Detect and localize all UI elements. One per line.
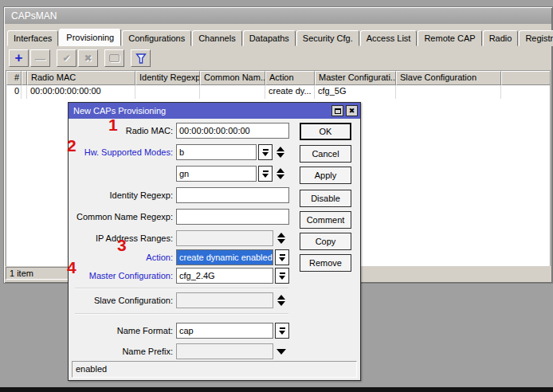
enable-check-icon: ✔ bbox=[62, 53, 70, 64]
action-dropdown[interactable] bbox=[275, 249, 289, 265]
radio-mac-label: Radio MAC: bbox=[72, 126, 176, 135]
col-number[interactable]: # bbox=[6, 71, 22, 85]
hw-mode-dropdown-2[interactable] bbox=[258, 166, 273, 182]
col-identity-regexp[interactable]: Identity Regexp bbox=[135, 71, 200, 85]
dropdown-icon bbox=[262, 171, 269, 178]
col-empty bbox=[501, 71, 550, 85]
tab-radio[interactable]: Radio bbox=[483, 30, 519, 46]
comment-icon bbox=[109, 54, 120, 62]
cell-slave-configuration bbox=[396, 85, 501, 99]
master-configuration-input[interactable]: cfg_2.4G bbox=[176, 268, 273, 284]
radio-mac-input[interactable]: 00:00:00:00:00:00 bbox=[176, 123, 289, 139]
name-prefix-input[interactable] bbox=[176, 343, 273, 359]
cell-radio-mac: 00:00:00:00:00:00 bbox=[27, 85, 135, 99]
remove-button-dialog[interactable]: Remove bbox=[300, 254, 351, 272]
tab-interfaces[interactable]: Interfaces bbox=[7, 30, 58, 46]
name-format-input[interactable]: cap bbox=[176, 323, 273, 339]
hw-mode-dropdown-1[interactable] bbox=[258, 144, 273, 160]
maximize-button[interactable] bbox=[331, 105, 343, 116]
separator bbox=[75, 288, 288, 289]
tab-configurations[interactable]: Configurations bbox=[122, 30, 191, 46]
comment-button-dialog[interactable]: Comment bbox=[300, 211, 351, 229]
tab-provisioning[interactable]: Provisioning bbox=[59, 29, 121, 46]
tab-remote-cap[interactable]: Remote CAP bbox=[418, 30, 481, 46]
hw-mode-spinner-1[interactable] bbox=[274, 147, 287, 158]
master-configuration-dropdown[interactable] bbox=[275, 268, 289, 284]
spinner-up-icon bbox=[277, 295, 285, 300]
name-prefix-arrow[interactable] bbox=[275, 349, 288, 355]
spinner-down-icon bbox=[276, 153, 284, 158]
col-action[interactable]: Action bbox=[265, 71, 315, 85]
action-input[interactable]: create dynamic enabled bbox=[176, 249, 273, 265]
ip-address-ranges-spinner[interactable] bbox=[275, 233, 288, 244]
comment-button[interactable] bbox=[104, 49, 124, 67]
new-caps-provisioning-dialog: New CAPs Provisioning ✖ Radio MAC: 00:00… bbox=[68, 102, 361, 381]
dialog-statusbar: enabled bbox=[72, 361, 357, 378]
ok-button[interactable]: OK bbox=[300, 123, 351, 140]
window-titlebar[interactable]: CAPsMAN bbox=[5, 8, 551, 24]
disable-button-dialog[interactable]: Disable bbox=[300, 190, 351, 207]
toolbar: + — ✔ ✖ bbox=[4, 46, 552, 70]
dropdown-icon bbox=[279, 254, 286, 261]
tab-bar: Interfaces Provisioning Configurations C… bbox=[4, 25, 552, 46]
hw-mode-spinner-2[interactable] bbox=[274, 168, 287, 179]
tab-registration-table[interactable]: Registration Table bbox=[519, 30, 553, 46]
identity-regexp-label: Identity Regexp: bbox=[72, 190, 176, 200]
name-prefix-label: Name Prefix: bbox=[72, 347, 176, 356]
remove-button[interactable]: — bbox=[30, 49, 50, 67]
spinner-down-icon bbox=[276, 174, 284, 179]
col-flags[interactable] bbox=[22, 71, 27, 85]
table-row[interactable]: 0 00:00:00:00:00:00 create dy... cfg_5G bbox=[6, 85, 550, 99]
cancel-button[interactable]: Cancel bbox=[300, 145, 351, 163]
annotation-2: 2 bbox=[67, 136, 76, 155]
filter-button[interactable] bbox=[131, 49, 151, 67]
col-radio-mac[interactable]: Radio MAC bbox=[27, 71, 135, 85]
hw-mode-input-1[interactable]: b bbox=[176, 144, 257, 160]
col-common-name[interactable]: Common Nam... bbox=[200, 71, 265, 85]
ip-address-ranges-input[interactable] bbox=[176, 230, 273, 246]
radio-mac-row: Radio MAC: 00:00:00:00:00:00 bbox=[72, 123, 292, 139]
spinner-down-icon bbox=[277, 239, 285, 244]
bottom-edge bbox=[0, 387, 553, 392]
master-configuration-label: Master Configuration: bbox=[72, 271, 176, 280]
apply-button[interactable]: Apply bbox=[300, 167, 351, 184]
annotation-3: 3 bbox=[117, 236, 127, 255]
col-slave-configuration[interactable]: Slave Configuration bbox=[396, 71, 501, 85]
tab-security-cfg[interactable]: Security Cfg. bbox=[296, 30, 359, 46]
dialog-body: Radio MAC: 00:00:00:00:00:00 Hw. Support… bbox=[69, 119, 360, 361]
slave-configuration-input[interactable] bbox=[176, 292, 273, 308]
tab-channels[interactable]: Channels bbox=[192, 30, 241, 46]
identity-regexp-input[interactable] bbox=[176, 187, 289, 203]
slave-configuration-row: Slave Configuration: bbox=[72, 292, 292, 308]
add-icon: + bbox=[15, 53, 23, 64]
table-header: # Radio MAC Identity Regexp Common Nam..… bbox=[6, 71, 550, 85]
common-name-regexp-label: Common Name Regexp: bbox=[72, 212, 176, 221]
hw-mode-input-2[interactable]: gn bbox=[176, 166, 257, 182]
disable-x-icon: ✖ bbox=[84, 53, 92, 64]
spinner-up-icon bbox=[277, 233, 285, 237]
tab-access-list[interactable]: Access List bbox=[360, 30, 418, 46]
dropdown-icon bbox=[279, 272, 286, 280]
dropdown-icon bbox=[262, 149, 269, 156]
filter-funnel-icon bbox=[135, 53, 147, 64]
name-format-dropdown[interactable] bbox=[275, 323, 289, 339]
disable-button[interactable]: ✖ bbox=[78, 49, 98, 67]
col-master-configuration[interactable]: Master Configurati... bbox=[315, 71, 396, 85]
close-icon: ✖ bbox=[349, 107, 355, 115]
name-prefix-row: Name Prefix: bbox=[72, 343, 292, 359]
hw-supported-modes-row: Hw. Supported Modes: b bbox=[72, 144, 292, 160]
name-format-row: Name Format: cap bbox=[72, 323, 292, 339]
spinner-up-icon bbox=[276, 147, 284, 151]
window-title: CAPsMAN bbox=[11, 10, 57, 22]
annotation-4: 4 bbox=[67, 258, 76, 277]
add-button[interactable]: + bbox=[9, 49, 29, 67]
enable-button[interactable]: ✔ bbox=[57, 49, 76, 67]
close-button[interactable]: ✖ bbox=[346, 105, 358, 116]
name-format-label: Name Format: bbox=[72, 326, 176, 335]
copy-button[interactable]: Copy bbox=[300, 233, 351, 250]
tab-datapaths[interactable]: Datapaths bbox=[243, 30, 296, 46]
common-name-regexp-input[interactable] bbox=[176, 209, 289, 225]
dialog-title: New CAPs Provisioning bbox=[73, 106, 329, 116]
hw-supported-modes-label: Hw. Supported Modes: bbox=[72, 147, 176, 157]
slave-configuration-spinner[interactable] bbox=[275, 295, 288, 306]
